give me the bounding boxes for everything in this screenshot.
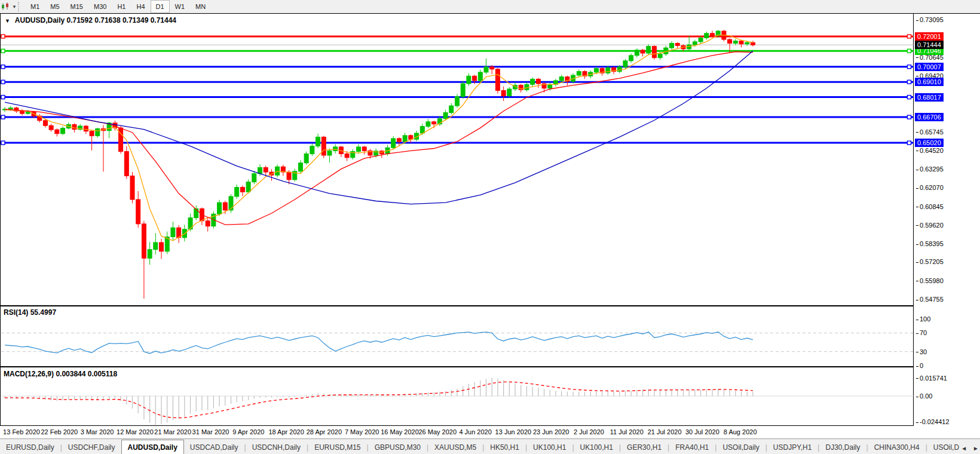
- symbol-dropdown-icon[interactable]: ▼: [5, 18, 10, 24]
- timeframe-m30[interactable]: M30: [88, 0, 112, 13]
- candle: [652, 45, 656, 60]
- price-tick-0.54755: 0.54755: [916, 295, 944, 303]
- price-tick-0.55980: 0.55980: [916, 277, 944, 285]
- price-line-label-0.66706: 0.66706: [915, 113, 944, 121]
- tab-scroll-buttons: ◄►: [961, 445, 979, 452]
- date-label-0: 13 Feb 2020: [3, 428, 40, 435]
- tab-hk50-h1[interactable]: HK50,H1: [484, 441, 525, 454]
- ohlc-readout: 0.71592 0.71638 0.71349 0.71444: [67, 16, 177, 24]
- tab-eurusd-daily[interactable]: EURUSD,Daily: [0, 441, 60, 454]
- tab-china300-h4[interactable]: CHINA300,H4: [868, 441, 926, 454]
- chart-tool-icon[interactable]: ▼: [1, 1, 17, 12]
- chart-title: ▼ AUDUSD,Daily 0.71592 0.71638 0.71349 0…: [5, 16, 176, 24]
- chart-tab-bar: EURUSD,Daily|USDCHF,DailyAUDUSD,DailyUSD…: [0, 438, 980, 454]
- price-tick-0.62070: 0.62070: [916, 183, 944, 192]
- date-label-12: 4 Jun 2020: [459, 428, 491, 435]
- price-tick-0.65745: 0.65745: [916, 128, 944, 136]
- price-chart-panel: [0, 13, 980, 306]
- timeframe-m15[interactable]: M15: [65, 0, 88, 13]
- rsi-axis-70: 70: [916, 329, 927, 337]
- current-price-label: 0.71444: [915, 41, 944, 49]
- timeframe-toolbar: ▼ M1M5M15M30H1H4D1W1MN: [0, 0, 980, 14]
- toolbar-grip: [18, 2, 23, 11]
- timeframe-w1[interactable]: W1: [170, 0, 191, 13]
- candle: [321, 136, 326, 158]
- timeframe-d1[interactable]: D1: [151, 0, 170, 13]
- rsi-panel: [0, 306, 980, 367]
- rsi-axis-0: 0: [916, 361, 923, 370]
- price-tick-0.73095: 0.73095: [916, 16, 944, 24]
- price-line-label-0.68017: 0.68017: [915, 93, 944, 102]
- candle: [229, 194, 233, 213]
- price-tick-0.57205: 0.57205: [916, 257, 944, 266]
- tab-audusd-daily[interactable]: AUDUSD,Daily: [121, 440, 184, 454]
- price-tick-0.63295: 0.63295: [916, 165, 944, 173]
- price-tick-0.60845: 0.60845: [916, 203, 944, 211]
- date-label-6: 9 Apr 2020: [232, 428, 264, 435]
- tab-uk100-h1[interactable]: UK100,H1: [574, 441, 619, 454]
- tab-scroll-left-icon[interactable]: ◄: [961, 445, 967, 452]
- date-label-11: 26 May 2020: [418, 428, 457, 435]
- tab-usdcad-daily[interactable]: USDCAD,Daily: [184, 441, 244, 454]
- date-label-3: 12 Mar 2020: [117, 428, 154, 435]
- candlestick-chart-icon: [1, 2, 11, 11]
- tab-usdchf-daily[interactable]: USDCHF,Daily: [62, 441, 121, 454]
- tab-usdjpy-h1[interactable]: USDJPY,H1: [767, 441, 817, 454]
- tab-uk100-h1[interactable]: UK100,H1: [527, 441, 572, 454]
- tab-usdcnh-daily[interactable]: USDCNH,Daily: [246, 441, 307, 454]
- date-label-1: 22 Feb 2020: [41, 428, 78, 435]
- date-label-2: 3 Mar 2020: [81, 428, 114, 435]
- date-label-18: 30 Jul 2020: [685, 428, 719, 435]
- price-line-label-0.72001: 0.72001: [915, 32, 944, 41]
- timeframe-m5[interactable]: M5: [45, 0, 65, 13]
- tab-usoil-d[interactable]: USOil,D: [927, 441, 965, 454]
- price-line-label-0.65020: 0.65020: [915, 139, 944, 147]
- tab-dj30-daily[interactable]: DJ30,Daily: [819, 441, 866, 454]
- candle: [461, 81, 465, 99]
- date-label-4: 21 Mar 2020: [154, 428, 191, 435]
- date-label-16: 11 Jul 2020: [610, 428, 644, 435]
- date-label-8: 28 Apr 2020: [307, 428, 342, 435]
- timeframe-m1[interactable]: M1: [25, 0, 45, 13]
- date-label-17: 21 Jul 2020: [648, 428, 682, 435]
- date-label-9: 7 May 2020: [345, 428, 379, 435]
- macd-panel: [0, 367, 980, 426]
- price-line-label-0.69010: 0.69010: [915, 78, 944, 86]
- date-label-10: 16 May 2020: [381, 428, 419, 435]
- date-label-13: 13 Jun 2020: [495, 428, 532, 435]
- candle: [391, 136, 396, 149]
- timeframe-h1[interactable]: H1: [112, 0, 131, 13]
- tab-fra40-h1[interactable]: FRA40,H1: [669, 441, 715, 454]
- tab-eurusd-m15[interactable]: EURUSD,M15: [308, 441, 366, 454]
- date-label-7: 18 Apr 2020: [268, 428, 304, 435]
- tab-scroll-right-icon[interactable]: ►: [973, 445, 979, 452]
- tab-usoil-daily[interactable]: USOil,Daily: [716, 441, 765, 454]
- date-label-19: 8 Aug 2020: [724, 428, 757, 435]
- candle: [130, 172, 134, 203]
- price-tick-0.64520: 0.64520: [916, 146, 944, 155]
- date-axis: 13 Feb 202022 Feb 20203 Mar 202012 Mar 2…: [0, 426, 980, 438]
- tab-xauusd-m5[interactable]: XAUUSD,M5: [428, 441, 482, 454]
- macd-axis-0.015741: 0.015741: [916, 374, 947, 382]
- price-line-label-0.70007: 0.70007: [915, 63, 944, 71]
- symbol-name: AUDUSD,Daily: [15, 16, 65, 24]
- date-label-5: 31 Mar 2020: [192, 428, 229, 435]
- macd-axis-0.00: 0.00: [916, 392, 932, 400]
- timeframe-mn[interactable]: MN: [190, 0, 211, 13]
- price-tick-0.58395: 0.58395: [916, 240, 944, 248]
- candle: [119, 126, 123, 154]
- rsi-axis-100: 100: [916, 315, 930, 323]
- rsi-label: RSI(14) 55.4997: [4, 308, 56, 317]
- candle: [304, 152, 308, 165]
- rsi-axis-30: 30: [916, 348, 927, 356]
- candle: [495, 68, 500, 94]
- price-tick-0.59620: 0.59620: [916, 221, 944, 229]
- tab-gbpusd-m30[interactable]: GBPUSD,M30: [369, 441, 427, 454]
- macd-label: MACD(12,26,9) 0.003844 0.005118: [4, 370, 117, 378]
- mt4-window: ▼ M1M5M15M30H1H4D1W1MN ▼ AUDUSD,Daily 0.…: [0, 0, 980, 454]
- date-label-14: 23 Jun 2020: [533, 428, 569, 435]
- tab-ger30-h1[interactable]: GER30,H1: [621, 441, 667, 454]
- macd-axis--0.024412: -0.024412: [916, 418, 950, 426]
- timeframe-h4[interactable]: H4: [131, 0, 150, 13]
- chevron-down-icon: ▼: [12, 4, 17, 10]
